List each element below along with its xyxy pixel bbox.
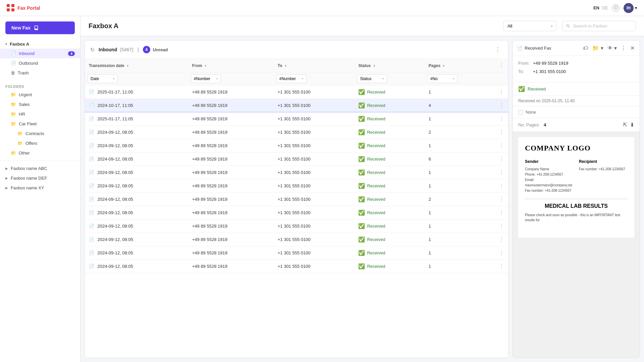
filter-status-select[interactable]: Status bbox=[357, 74, 387, 83]
chevron-right-icon: ▶ bbox=[5, 186, 8, 190]
column-options-button[interactable]: ⋮ bbox=[499, 62, 504, 69]
open-new-tab-button[interactable]: ⇱ bbox=[623, 122, 627, 128]
row-more-button[interactable]: ⋮ bbox=[499, 169, 504, 176]
folder-hr[interactable]: 📁 HR bbox=[0, 109, 80, 119]
table-row[interactable]: 📄 2024-09-12, 08:05 +49 89 5528 1919 +1 … bbox=[85, 179, 508, 193]
row-more-button[interactable]: ⋮ bbox=[499, 263, 504, 269]
row-more-button[interactable]: ⋮ bbox=[499, 102, 504, 109]
table-row[interactable]: 📄 2024-09-12, 08:05 +49 89 5528 1919 +1 … bbox=[85, 260, 508, 273]
table-row[interactable]: 📄 2024-09-12, 08:05 +49 89 5528 1919 +1 … bbox=[85, 193, 508, 206]
status-received: ✅ Received bbox=[358, 250, 420, 256]
close-button[interactable]: ✕ bbox=[629, 44, 636, 52]
col-transmission-date[interactable]: Transmission date ▾ bbox=[85, 59, 188, 72]
filter-select[interactable]: All Inbound Outbound bbox=[503, 21, 557, 31]
cell-from: +49 89 5528 1919 bbox=[188, 153, 274, 166]
cell-to: +1 301 555 0100 bbox=[274, 126, 355, 139]
filter-pages-select[interactable]: #No bbox=[427, 74, 458, 83]
more-options-button[interactable]: ⋮ bbox=[620, 44, 627, 52]
fax-table: Transmission date ▾ From ▾ To ▾ bbox=[85, 59, 508, 273]
table-row[interactable]: 📄 2024-09-12, 08:05 +49 89 5528 1919 +1 … bbox=[85, 153, 508, 166]
table-row[interactable]: 📄 2024-09-12, 08:05 +49 89 5528 1919 +1 … bbox=[85, 166, 508, 179]
body-text: Please check and soon as possible - this… bbox=[525, 213, 628, 223]
sidebar-item-inbound[interactable]: 📄 Inbound 4 bbox=[0, 49, 80, 58]
row-more-button[interactable]: ⋮ bbox=[499, 156, 504, 162]
folder-other[interactable]: 📁 Other bbox=[0, 148, 80, 158]
table-row[interactable]: 📄 2024-09-12, 08:05 +49 89 5528 1919 +1 … bbox=[85, 246, 508, 260]
row-more-button[interactable]: ⋮ bbox=[499, 209, 504, 216]
fax-doc-icon: 📄 bbox=[89, 103, 94, 108]
filter-date-select[interactable]: Date bbox=[88, 74, 118, 83]
table-row[interactable]: 📄 2025-01-17, 11:05 +49 89 5528 1919 +1 … bbox=[85, 85, 508, 99]
table-row[interactable]: 📄 2025-01-17, 11:05 +49 89 5528 1919 +1 … bbox=[85, 112, 508, 126]
unread-label: Unread bbox=[153, 47, 168, 52]
folder-carfleet[interactable]: 📁 Car Fleet bbox=[0, 119, 80, 129]
cell-status: ✅ Received bbox=[354, 179, 424, 193]
faxbox-abc[interactable]: ▶ Faxbox name ABC bbox=[0, 164, 80, 173]
sort-icon: ▾ bbox=[205, 64, 206, 68]
check-circle-icon: ✅ bbox=[358, 142, 365, 149]
table-row[interactable]: 📄 2024-09-12, 08:05 +49 89 5528 1919 +1 … bbox=[85, 126, 508, 139]
faxbox-a-header[interactable]: ▾ Faxbox A bbox=[0, 40, 80, 49]
table-row[interactable]: 📄 2024-09-12, 08:05 +49 89 5528 1919 +1 … bbox=[85, 206, 508, 220]
cell-from: +49 89 5528 1919 bbox=[188, 179, 274, 193]
folder-urgent[interactable]: 📁 Urgent bbox=[0, 90, 80, 100]
row-more-button[interactable]: ⋮ bbox=[499, 129, 504, 135]
row-more-button[interactable]: ⋮ bbox=[499, 142, 504, 149]
table-row[interactable]: 📄 2024-10-17, 11:05 +49 89 5528 1919 +1 … bbox=[85, 99, 508, 112]
row-more-button[interactable]: ⋮ bbox=[499, 116, 504, 122]
status-received: ✅ Received bbox=[358, 156, 420, 162]
download-button[interactable]: ⬇ bbox=[630, 122, 634, 128]
cell-status: ✅ Received bbox=[354, 206, 424, 220]
folder-sales[interactable]: 📁 Sales bbox=[0, 100, 80, 109]
language-switcher: EN DE bbox=[593, 5, 608, 10]
row-more-button[interactable]: ⋮ bbox=[499, 196, 504, 202]
view-button[interactable]: 👁 ▾ bbox=[606, 44, 618, 52]
sidebar-item-outbound[interactable]: 📄 Outbound bbox=[0, 58, 80, 68]
save-button[interactable]: 📁 ▾ bbox=[591, 44, 604, 52]
folder-offers-label: Offers bbox=[25, 141, 37, 146]
row-more-button[interactable]: ⋮ bbox=[499, 250, 504, 256]
cell-pages: 2 bbox=[425, 193, 495, 206]
tag-checkbox[interactable] bbox=[518, 110, 523, 115]
faxbox-def[interactable]: ▶ Faxbox name DEF bbox=[0, 173, 80, 183]
cell-status: ✅ Received bbox=[354, 99, 424, 112]
cell-from: +49 89 5528 1919 bbox=[188, 139, 274, 153]
col-from[interactable]: From ▾ bbox=[188, 59, 274, 72]
fax-doc-icon: 📄 bbox=[89, 89, 94, 95]
status-received: ✅ Received bbox=[358, 129, 420, 135]
row-more-button[interactable]: ⋮ bbox=[499, 236, 504, 243]
folder-offers[interactable]: 📁 Offers bbox=[0, 138, 80, 148]
fax-table-body: 📄 2025-01-17, 11:05 +49 89 5528 1919 +1 … bbox=[85, 85, 508, 273]
cell-date: 📄 2025-01-17, 11:05 bbox=[85, 85, 188, 99]
row-more-button[interactable]: ⋮ bbox=[499, 223, 504, 229]
table-row[interactable]: 📄 2024-09-12, 08:05 +49 89 5528 1919 +1 … bbox=[85, 233, 508, 246]
table-row[interactable]: 📄 2024-09-12, 08:05 +49 89 5528 1919 +1 … bbox=[85, 139, 508, 153]
folder-contracts[interactable]: 📁 Contracts bbox=[0, 129, 80, 138]
sidebar-item-trash[interactable]: 🗑 Trash bbox=[0, 68, 80, 78]
new-fax-button[interactable]: New Fax bbox=[5, 21, 75, 34]
col-to[interactable]: To ▾ bbox=[274, 59, 355, 72]
main-header: Faxbox A All Inbound Outbound bbox=[80, 16, 644, 36]
tag-button[interactable]: 🏷 bbox=[582, 44, 589, 52]
table-row[interactable]: 📄 2024-09-12, 08:05 +49 89 5528 1919 +1 … bbox=[85, 220, 508, 233]
user-menu[interactable]: IH ▾ bbox=[624, 3, 637, 13]
filter-date-cell: Date bbox=[85, 72, 188, 85]
refresh-icon[interactable]: ↻ bbox=[90, 47, 95, 53]
info-button[interactable]: ⓘ bbox=[612, 4, 620, 12]
row-more-button[interactable]: ⋮ bbox=[499, 89, 504, 95]
lang-en[interactable]: EN bbox=[593, 5, 599, 10]
lang-de[interactable]: DE bbox=[602, 5, 608, 10]
faxbox-xy[interactable]: ▶ Faxbox name XY bbox=[0, 183, 80, 193]
cell-date: 📄 2024-09-12, 08:05 bbox=[85, 206, 188, 220]
filter-from-select[interactable]: #Number bbox=[191, 74, 221, 83]
cell-date: 📄 2024-09-12, 08:05 bbox=[85, 233, 188, 246]
check-circle-icon: ✅ bbox=[358, 236, 365, 243]
list-more-button[interactable]: ⋮ bbox=[493, 45, 503, 54]
col-status[interactable]: Status ▾ bbox=[354, 59, 424, 72]
status-received: ✅ Received bbox=[358, 183, 420, 189]
col-pages[interactable]: Pages ▾ bbox=[425, 59, 495, 72]
search-input[interactable] bbox=[562, 21, 636, 31]
filter-actions-cell bbox=[495, 72, 508, 85]
row-more-button[interactable]: ⋮ bbox=[499, 183, 504, 189]
filter-to-select[interactable]: #Number bbox=[276, 74, 307, 83]
